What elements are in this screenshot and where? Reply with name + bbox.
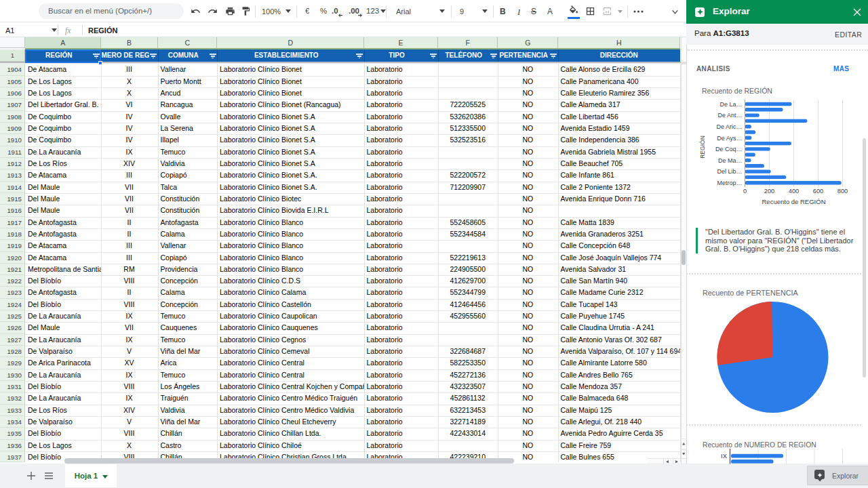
svg-text:IX: IX: [721, 452, 728, 460]
svg-text:REGIÓN: REGIÓN: [699, 136, 706, 159]
svg-text:400: 400: [789, 188, 800, 195]
svg-text:0: 0: [743, 188, 747, 195]
svg-text:Metrop…: Metrop…: [717, 180, 742, 186]
svg-text:De Aric…: De Aric…: [716, 123, 742, 130]
svg-text:De Ays…: De Ays…: [717, 135, 742, 142]
svg-text:De Ma…: De Ma…: [718, 157, 743, 164]
svg-text:Recuento de REGIÓN: Recuento de REGIÓN: [762, 198, 826, 205]
svg-text:De La…: De La…: [719, 101, 742, 108]
svg-text:Recuento de REGIÓN: Recuento de REGIÓN: [702, 87, 772, 95]
svg-text:De Coq…: De Coq…: [715, 146, 743, 152]
svg-text:De Ant…: De Ant…: [717, 112, 742, 119]
svg-text:600: 600: [813, 188, 824, 195]
svg-text:200: 200: [764, 188, 775, 195]
svg-text:Del Lib…: Del Lib…: [717, 168, 742, 175]
svg-text:800: 800: [837, 188, 848, 195]
